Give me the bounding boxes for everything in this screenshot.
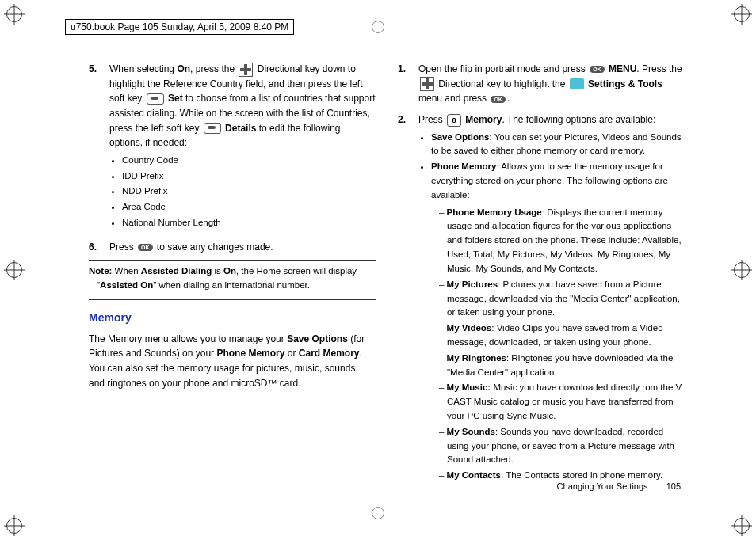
step-number: 6. [89,240,109,255]
footer-section: Changing Your Settings [557,481,648,491]
list-item: My Videos: Video Clips you have saved fr… [439,321,685,350]
section-heading-memory: Memory [89,310,376,327]
text: is [212,266,223,276]
bold: My Videos [447,323,492,333]
step-number: 1. [398,62,418,106]
note-divider [89,260,376,261]
note-label: Note: [89,266,112,276]
step-1: 1. Open the flip in portrait mode and pr… [398,62,685,106]
ok-key-icon: OK [491,96,506,103]
bold-assisted-on: Assisted On [100,280,153,290]
text: . [507,93,510,104]
crop-mark-ml [6,262,22,278]
memory-paragraph: The Memory menu allows you to manage you… [89,332,376,390]
content-area: 5. When selecting On, press the Directio… [89,62,685,492]
crop-mark-tr [734,6,750,22]
bold-phone-memory: Phone Memory [216,348,284,359]
left-softkey-icon [147,93,164,105]
text: : The Contacts stored in phone memory. [501,470,662,480]
text: When selecting [109,63,177,74]
bold-set: Set [166,93,183,104]
left-column: 5. When selecting On, press the Directio… [89,62,376,492]
bold-menu: MENU [606,63,637,74]
ok-key-icon: OK [590,66,605,73]
phone-memory-sublist: Phone Memory Usage: Displays the current… [431,206,685,483]
bold-settings-tools: Settings & Tools [586,78,662,89]
text: Press [109,241,136,253]
list-item: Phone Memory Usage: Displays the current… [439,206,685,276]
bold: My Music: [447,382,491,392]
step-number: 2. [398,112,418,486]
crop-mark-br [734,518,750,534]
right-column: 1. Open the flip in portrait mode and pr… [398,62,685,492]
crop-mark-mr [734,262,750,278]
list-item: My Ringtones: Ringtones you have downloa… [439,352,685,380]
bold-memory: Memory [463,114,502,125]
memory-options-list: Save Options: You can set your Pictures,… [418,131,685,484]
bold: Phone Memory Usage [447,207,542,217]
step-number: 5. [89,62,109,234]
list-item: Country Code [122,154,376,168]
step-6: 6. Press OK to save any changes made. [89,240,376,255]
crop-mark-tl [6,6,22,22]
key-8-icon: 8 [447,114,461,127]
text: Open the flip in portrait mode and press [418,63,588,74]
left-softkey-icon [204,123,221,134]
directional-key-icon [239,63,253,77]
bold-details: Details [223,123,257,134]
text: . The following options are available: [502,114,655,125]
options-list: Country Code IDD Prefix NDD Prefix Area … [109,154,376,230]
list-item: Area Code [122,200,376,215]
list-item-save-options: Save Options: You can set your Pictures,… [431,131,685,159]
bold-save-options: Save Options [287,333,348,344]
binder-hole-bottom [372,507,384,519]
directional-key-icon [420,77,434,91]
bold: My Sounds [447,427,495,436]
page-number: 105 [666,481,681,491]
text: Directional key to highlight the [436,78,568,89]
list-item: My Music: Music you have downloaded dire… [439,381,685,423]
note: Note: When Assisted Dialing is On, the H… [89,264,376,293]
step-5: 5. When selecting On, press the Directio… [89,62,376,234]
text: menu and press [418,93,489,104]
list-item: NDD Prefix [122,184,376,199]
list-item: My Pictures: Pictures you have saved fro… [439,278,685,320]
bold-on: On [223,266,236,276]
page-footer: Changing Your Settings 105 [557,481,681,491]
step-2: 2. Press 8 Memory. The following options… [398,112,685,486]
bold: My Contacts [447,470,501,480]
text: When [112,266,140,276]
text: The Memory menu allows you to manage you… [89,333,287,344]
list-item-phone-memory: Phone Memory: Allows you to see the memo… [431,160,685,483]
crop-mark-bl [6,518,22,534]
text: or [284,348,298,359]
page-header: u750.book Page 105 Sunday, April 5, 2009… [65,19,294,35]
settings-tools-icon [570,78,584,89]
bold: My Ringtones [447,353,506,363]
text: . Press the [636,63,682,74]
bold: My Pictures [447,280,498,289]
list-item: My Sounds: Sounds you have downloaded, r… [439,425,685,467]
binder-hole-top [372,21,384,33]
note-divider [89,299,376,300]
text: to save any changes made. [155,241,273,253]
text: " when dialing an international number. [153,280,310,290]
bold-save-options: Save Options [431,132,490,142]
bold-card-memory: Card Memory [299,348,360,359]
bold-phone-memory: Phone Memory [431,162,496,171]
text: , press the [190,63,237,74]
ok-key-icon: OK [138,244,153,251]
list-item: National Number Length [122,216,376,230]
text: Press [418,114,445,125]
bold-assisted-dialing: Assisted Dialing [141,266,212,276]
list-item: IDD Prefix [122,169,376,184]
bold-on: On [177,63,190,74]
text: : Displays the current memory usage and … [447,207,682,273]
